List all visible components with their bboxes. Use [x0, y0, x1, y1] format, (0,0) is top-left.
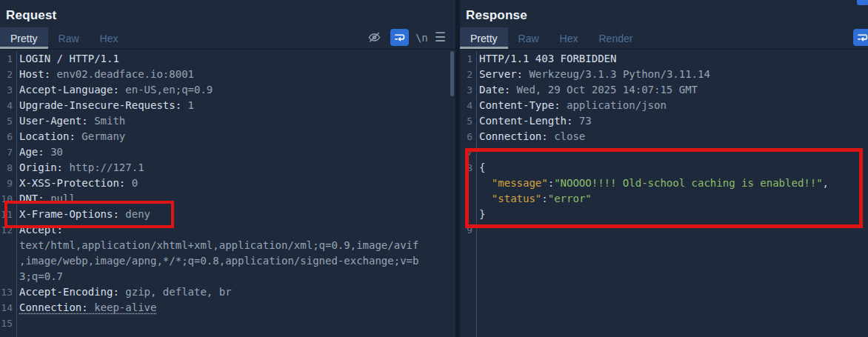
- response-editor[interactable]: 1HTTP/1.1 403 FORBIDDEN2Server: Werkzeug…: [460, 51, 868, 337]
- tab-hex[interactable]: Hex: [90, 27, 129, 49]
- code-line: }: [460, 207, 868, 222]
- line-number: 9: [460, 222, 476, 238]
- line-number: [460, 176, 476, 191]
- line-number: [0, 238, 16, 253]
- code-line: 9: [460, 222, 868, 238]
- line-number: [460, 191, 476, 207]
- line-text: {: [476, 160, 485, 176]
- show-newlines-toggle[interactable]: \n: [415, 32, 428, 44]
- request-editor[interactable]: 1LOGIN / HTTP/1.12Host: env02.deadface.i…: [0, 51, 455, 337]
- line-number: 6: [0, 129, 16, 144]
- code-line: 11X-Frame-Options: deny: [0, 207, 455, 222]
- line-text: Accept-Encoding: gzip, deflate, br: [16, 284, 232, 300]
- line-text: Upgrade-Insecure-Requests: 1: [16, 98, 194, 113]
- line-number: 3: [460, 82, 476, 98]
- line-text: Age: 30: [16, 144, 63, 160]
- line-number: 5: [0, 113, 16, 129]
- code-line: 4Content-Type: application/json: [460, 98, 868, 113]
- request-panel: Request PrettyRawHex \n ☰: [0, 0, 455, 337]
- code-line: 8Origin: http://127.1: [0, 160, 455, 176]
- soft-wrap-toggle-icon[interactable]: [390, 29, 409, 46]
- line-number: 14: [0, 300, 16, 316]
- code-line: 9X-XSS-Protection: 0: [0, 176, 455, 191]
- line-number: 12: [0, 222, 16, 238]
- code-line: 10DNT: null: [0, 191, 455, 207]
- tab-raw[interactable]: Raw: [508, 27, 550, 49]
- line-number: 9: [0, 176, 16, 191]
- line-text: DNT: null: [16, 191, 76, 207]
- line-number: 2: [0, 67, 16, 82]
- code-line: 14Connection: keep-alive: [0, 300, 455, 316]
- line-text: X-XSS-Protection: 0: [16, 176, 138, 191]
- code-line: 8{: [460, 160, 868, 176]
- editor-menu-icon[interactable]: ☰: [435, 31, 446, 44]
- line-text: Server: Werkzeug/3.1.3 Python/3.11.14: [476, 67, 710, 82]
- line-number: 4: [0, 98, 16, 113]
- line-text: Location: Germany: [16, 129, 125, 144]
- line-number: 10: [0, 191, 16, 207]
- line-text: Connection: keep-alive: [16, 300, 156, 316]
- code-line: 13Accept-Encoding: gzip, deflate, br: [0, 284, 455, 300]
- code-line: ,image/webp,image/apng,*/*;q=0.8,applica…: [0, 253, 455, 269]
- line-number: 4: [460, 98, 476, 113]
- line-text: Accept:: [16, 222, 63, 238]
- tab-render[interactable]: Render: [589, 27, 644, 49]
- line-number: 8: [460, 160, 476, 176]
- code-line: "message":"NOOOO!!!! Old-school caching …: [460, 176, 868, 191]
- line-number: 1: [0, 51, 16, 67]
- line-text: LOGIN / HTTP/1.1: [16, 51, 119, 67]
- tab-hex[interactable]: Hex: [550, 27, 589, 49]
- line-number: 2: [460, 67, 476, 82]
- code-line: 7Age: 30: [0, 144, 455, 160]
- line-number: 11: [0, 207, 16, 222]
- code-line: 5User-Agent: Smith: [0, 113, 455, 129]
- code-line: 2Server: Werkzeug/3.1.3 Python/3.11.14: [460, 67, 868, 82]
- response-header: Response PrettyRawHexRender: [460, 0, 868, 50]
- soft-wrap-toggle-icon[interactable]: [853, 29, 868, 46]
- line-text: Date: Wed, 29 Oct 2025 14:07:15 GMT: [476, 82, 698, 98]
- code-line: 3;q=0.7: [0, 269, 455, 284]
- gutter-divider: [476, 51, 477, 337]
- hide-eye-icon[interactable]: [365, 29, 384, 46]
- line-text: Host: env02.deadface.io:8001: [16, 67, 194, 82]
- code-line: 7: [460, 144, 868, 160]
- line-number: [460, 207, 476, 222]
- line-number: 7: [460, 144, 476, 160]
- line-number: 7: [0, 144, 16, 160]
- line-number: 6: [460, 129, 476, 144]
- tab-pretty[interactable]: Pretty: [0, 27, 48, 49]
- line-text: Origin: http://127.1: [16, 160, 144, 176]
- code-line: 12Accept:: [0, 222, 455, 238]
- code-line: 1LOGIN / HTTP/1.1: [0, 51, 455, 67]
- code-line: text/html,application/xhtml+xml,applicat…: [0, 238, 455, 253]
- code-line: 15: [0, 316, 455, 331]
- line-text: X-Frame-Options: deny: [16, 207, 150, 222]
- line-number: 5: [460, 113, 476, 129]
- line-text: Content-Length: 73: [476, 113, 592, 129]
- partial-button-icon[interactable]: [857, 0, 868, 5]
- request-scrollbar-thumb[interactable]: [450, 51, 454, 96]
- line-text: text/html,application/xhtml+xml,applicat…: [16, 238, 418, 253]
- line-number: 8: [0, 160, 16, 176]
- request-toolbar: \n ☰: [365, 29, 446, 46]
- code-line: 3Date: Wed, 29 Oct 2025 14:07:15 GMT: [460, 82, 868, 98]
- line-text: }: [476, 207, 485, 222]
- request-tab-bar: PrettyRawHex: [0, 27, 129, 49]
- request-title: Request: [6, 8, 56, 23]
- code-line: 5Content-Length: 73: [460, 113, 868, 129]
- request-header: Request PrettyRawHex \n ☰: [0, 0, 455, 50]
- code-line: 2Host: env02.deadface.io:8001: [0, 67, 455, 82]
- response-tab-bar: PrettyRawHexRender: [460, 27, 643, 49]
- tab-pretty[interactable]: Pretty: [460, 27, 508, 49]
- gutter-divider: [16, 51, 17, 337]
- tab-raw[interactable]: Raw: [48, 27, 90, 49]
- code-line: 6Connection: close: [460, 129, 868, 144]
- line-text: User-Agent: Smith: [16, 113, 125, 129]
- line-text: "status":"error": [476, 191, 592, 207]
- line-text: "message":"NOOOO!!!! Old-school caching …: [476, 176, 829, 191]
- code-line: 3Accept-Language: en-US,en;q=0.9: [0, 82, 455, 98]
- response-title: Response: [466, 8, 527, 23]
- line-text: HTTP/1.1 403 FORBIDDEN: [476, 51, 616, 67]
- request-scrollbar[interactable]: [450, 51, 455, 337]
- line-number: 15: [0, 316, 16, 331]
